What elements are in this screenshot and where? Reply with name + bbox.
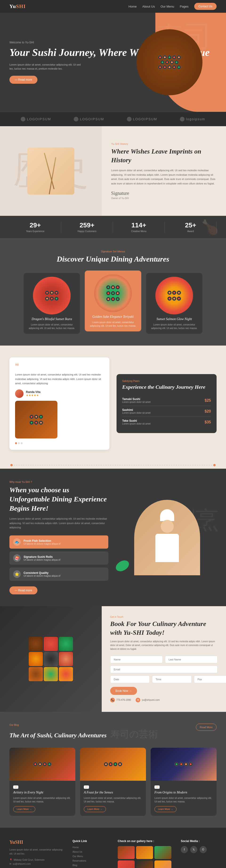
blog-card-3-title: From Origins to Modern: [154, 790, 213, 795]
footer-quick-links: Quick Link Home About Us Our Menu Reserv…: [73, 839, 108, 868]
s: [45, 290, 49, 295]
footer-social: Social Media : f 𝕏 ©: [181, 839, 217, 868]
facebook-icon[interactable]: f: [181, 846, 188, 853]
s: [111, 285, 115, 289]
blog-card-1-desc: Lorem ipsum dolor sit amet, consectetur …: [13, 796, 72, 803]
divider-line: [14, 465, 212, 465]
s: [39, 415, 43, 419]
nav-contact-button[interactable]: Contact Us: [194, 3, 217, 10]
s: [111, 291, 115, 295]
hero-cta-button[interactable]: — Read more: [9, 76, 37, 84]
food-tile-8: [44, 667, 58, 681]
why-read-more-button[interactable]: — Read more: [9, 586, 37, 594]
booking-form: Book Now →: [110, 656, 218, 695]
pax-input[interactable]: [194, 676, 226, 683]
nav-about[interactable]: About Us: [142, 5, 155, 8]
chopsticks-visual: [27, 148, 74, 195]
logo-item-3: LOGOIPSUM: [127, 117, 157, 121]
time-input[interactable]: [152, 676, 192, 683]
chef-figure: [144, 509, 191, 575]
gallery-tile-6: [154, 861, 172, 868]
stats-container: 29+ Years Experience 259+ Happy Customer…: [0, 216, 226, 238]
hero-food-visual: [137, 29, 202, 95]
nav-links: Home About Us Our Menu Pages Contact Us: [128, 3, 217, 10]
booking-description: Lorem ipsum dolor sit amet, consectetur …: [110, 640, 218, 651]
blog-read-more-button[interactable]: Read More: [196, 724, 217, 731]
footer-link-blog[interactable]: Blog: [73, 864, 108, 867]
s: [106, 297, 110, 301]
stat-menu: 114+ Creative Menu: [113, 221, 165, 232]
review-section: " Lorem ipsum dolor sit amet, consectetu…: [0, 346, 226, 462]
blog-card-2-learn-more[interactable]: Learn More →: [84, 806, 106, 812]
blog-img-visual-3: [151, 748, 217, 781]
footer-contact-items: 📍 Midway Gold Grun, Solemore ✉ yu@shiyum…: [9, 859, 63, 865]
sushi-piece: [172, 55, 176, 59]
menu-card-1-image: [33, 277, 71, 314]
date-input[interactable]: [110, 676, 150, 683]
s: [177, 297, 181, 301]
menu-card-3-image: [155, 277, 193, 314]
s: [116, 291, 120, 295]
booking-submit-button[interactable]: Book Now →: [110, 687, 137, 695]
blog-card-1-learn-more[interactable]: Learn More →: [13, 806, 35, 812]
reviewer-name: Randa Vita: [26, 390, 40, 394]
nav-home[interactable]: Home: [128, 5, 137, 8]
why-feature-1: 🐟 Fresh Fish Selection Ut tabore et dolo…: [9, 535, 108, 549]
price-3-amount: $35: [204, 420, 211, 424]
footer-link-menu[interactable]: Our Menu: [73, 855, 108, 858]
s: [54, 297, 59, 301]
menu-card-3-name: Sunset Salmon Glow Night: [150, 317, 199, 321]
sushi-piece: [163, 65, 167, 69]
why-feature-3: ⭐ Consistent Quality Ut labore et dolore…: [9, 567, 108, 581]
booking-contacts: 📞 773-476-1990 ✉ yu@shiyumi.com: [110, 698, 218, 703]
footer-link-home[interactable]: Home: [73, 846, 108, 849]
s: [177, 290, 181, 295]
footer-email-icon: ✉: [9, 863, 11, 865]
name-input[interactable]: [110, 656, 163, 663]
why-description: Lorem ipsum dolor sit amet, consectetur …: [9, 517, 108, 530]
blog-card-3-learn-more[interactable]: Learn More →: [154, 806, 177, 812]
twitter-icon[interactable]: 𝕏: [190, 846, 197, 853]
review-dot-2[interactable]: [18, 442, 20, 444]
feature-1-info: Fresh Fish Selection Ut tabore et dolore…: [24, 539, 61, 545]
review-stars: ★★★★★: [26, 394, 40, 397]
quality-icon: ⭐: [13, 570, 21, 578]
food-tile-6: [59, 652, 73, 666]
food-tile-4: [29, 652, 43, 666]
menu-card-2-desc: Lorem ipsum dolor sit amet, consectetur …: [88, 320, 138, 328]
review-pagination: [15, 442, 104, 444]
why-right: 割烹: [118, 500, 217, 575]
menu-card-3: Sunset Salmon Glow Night Lorem ipsum dol…: [146, 273, 202, 334]
s: [43, 762, 47, 766]
nav-menu[interactable]: Our Menu: [160, 5, 174, 8]
review-satisfying-label: Satisfying Plates: [122, 380, 211, 382]
copyright-icon[interactable]: ©: [200, 846, 207, 853]
why-features-list: 🐟 Fresh Fish Selection Ut tabore et dolo…: [9, 535, 108, 581]
footer-link-reservations[interactable]: Reservations: [73, 860, 108, 862]
footer-email: ✉ yu@shiyumi.com: [9, 863, 63, 865]
menu-card-2-featured: Golden Sake Elegance Teriyaki Lorem ipsu…: [85, 271, 141, 331]
blog-food-2: [80, 748, 146, 781]
s: [167, 290, 172, 295]
logo-icon-1: [21, 117, 26, 121]
s: [33, 762, 37, 766]
footer-social-title: Social Media :: [181, 839, 217, 843]
food-tile-2: [44, 637, 58, 651]
review-author: Randa Vita ★★★★★: [15, 390, 104, 398]
review-food-image: [15, 401, 58, 438]
why-left: Why must Yu-SHI ? When you choose us Unf…: [9, 480, 108, 594]
s: [111, 297, 115, 301]
price-item-2-info: Sashimi Lorem ipsum dolor sit amet: [122, 408, 151, 414]
sushi-piece: [172, 65, 176, 69]
nav-pages[interactable]: Pages: [180, 5, 189, 8]
blog-card-2-desc: Lorem ipsum dolor sit amet, consectetur …: [84, 796, 142, 803]
last-name-input[interactable]: [165, 656, 218, 663]
footer-link-about[interactable]: About Us: [73, 850, 108, 853]
food-photo-2: [94, 274, 132, 312]
review-dot-1[interactable]: [15, 442, 17, 444]
divider-circle-2: [213, 464, 216, 466]
review-dot-3[interactable]: [21, 442, 23, 444]
s: [30, 415, 34, 419]
email-input[interactable]: [110, 665, 218, 673]
review-food-container: [15, 401, 104, 438]
